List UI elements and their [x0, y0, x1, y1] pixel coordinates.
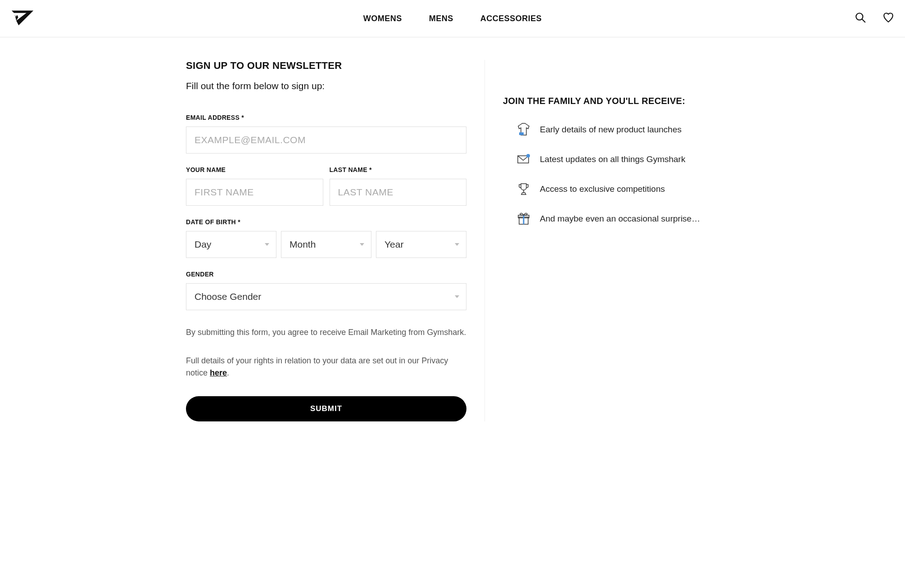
header-icons	[855, 12, 894, 25]
benefit-text: Access to exclusive competitions	[540, 184, 665, 194]
nav-womens[interactable]: WOMENS	[363, 14, 402, 23]
lastname-input[interactable]	[330, 179, 467, 206]
dob-day-select[interactable]: Day	[186, 231, 276, 258]
gender-select[interactable]: Choose Gender	[186, 283, 466, 310]
nav-accessories[interactable]: ACCESSORIES	[480, 14, 542, 23]
disclaimer-privacy: Full details of your rights in relation …	[186, 355, 466, 379]
mail-icon	[516, 152, 531, 167]
benefit-text: Latest updates on all things Gymshark	[540, 154, 685, 164]
wishlist-icon[interactable]	[882, 12, 894, 25]
svg-point-4	[526, 154, 530, 158]
page-title: SIGN UP TO OUR NEWSLETTER	[186, 60, 466, 72]
benefit-item: And maybe even an occasional surprise…	[503, 212, 723, 226]
info-title: JOIN THE FAMILY AND YOU'LL RECEIVE:	[503, 96, 723, 106]
page-subtitle: Fill out the form below to sign up:	[186, 81, 466, 91]
gift-icon	[516, 212, 531, 226]
benefit-item: Latest updates on all things Gymshark	[503, 152, 723, 167]
search-icon[interactable]	[855, 12, 866, 25]
trophy-icon	[516, 182, 531, 196]
gender-field-group: GENDER Choose Gender	[186, 271, 466, 310]
tshirt-icon	[516, 122, 531, 137]
lastname-field-group: LAST NAME *	[330, 166, 467, 206]
firstname-input[interactable]	[186, 179, 323, 206]
svg-rect-2	[519, 132, 524, 135]
logo-icon	[11, 9, 34, 26]
firstname-field-group: YOUR NAME	[186, 166, 323, 206]
dob-label: DATE OF BIRTH *	[186, 218, 466, 226]
page-container: SIGN UP TO OUR NEWSLETTER Fill out the f…	[182, 37, 723, 444]
benefit-text: And maybe even an occasional surprise…	[540, 214, 700, 224]
email-input[interactable]	[186, 127, 466, 154]
info-column: JOIN THE FAMILY AND YOU'LL RECEIVE: Earl…	[485, 60, 723, 421]
submit-button[interactable]: SUBMIT	[186, 396, 466, 421]
site-header: WOMENS MENS ACCESSORIES	[0, 0, 905, 37]
email-field-group: EMAIL ADDRESS *	[186, 114, 466, 154]
benefit-text: Early details of new product launches	[540, 125, 682, 135]
disclaimer-privacy-post: .	[227, 368, 229, 377]
firstname-label: YOUR NAME	[186, 166, 323, 173]
dob-month-select[interactable]: Month	[281, 231, 371, 258]
dob-field-group: DATE OF BIRTH * Day Month Year	[186, 218, 466, 258]
svg-point-0	[856, 13, 863, 20]
benefit-item: Early details of new product launches	[503, 122, 723, 137]
nav-mens[interactable]: MENS	[429, 14, 453, 23]
main-nav: WOMENS MENS ACCESSORIES	[363, 14, 542, 23]
benefit-item: Access to exclusive competitions	[503, 182, 723, 196]
lastname-label: LAST NAME *	[330, 166, 467, 173]
disclaimer-consent: By submitting this form, you agree to re…	[186, 326, 466, 339]
privacy-link[interactable]: here	[210, 368, 227, 377]
email-label: EMAIL ADDRESS *	[186, 114, 466, 121]
svg-line-1	[862, 19, 865, 23]
gender-label: GENDER	[186, 271, 466, 278]
form-column: SIGN UP TO OUR NEWSLETTER Fill out the f…	[182, 60, 485, 421]
dob-year-select[interactable]: Year	[376, 231, 466, 258]
brand-logo[interactable]	[11, 9, 34, 28]
